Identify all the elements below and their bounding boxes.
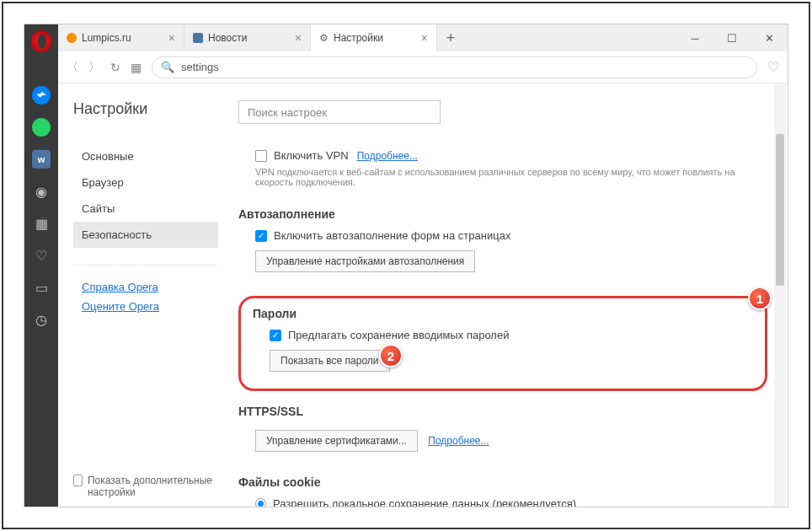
speed-dial-icon[interactable]: ▦	[131, 61, 142, 74]
show-all-passwords-button[interactable]: Показать все пароли	[270, 350, 390, 372]
manage-certs-button[interactable]: Управление сертификатами...	[255, 430, 418, 452]
scrollbar[interactable]	[774, 83, 786, 507]
callout-1: 1	[748, 287, 772, 310]
url-text: settings	[181, 61, 219, 73]
sidebar-item-sites[interactable]: Сайты	[73, 196, 218, 222]
autofill-checkbox-row[interactable]: ✓ Включить автозаполнение форм на страни…	[255, 229, 767, 242]
opera-logo-icon[interactable]	[31, 31, 51, 51]
vpn-checkbox-row[interactable]: Включить VPN Подробнее...	[255, 149, 767, 162]
checkbox-icon	[255, 150, 267, 162]
news-icon[interactable]: ▭	[31, 277, 51, 298]
close-window-button[interactable]: ✕	[751, 24, 788, 51]
cookie-opt1-label: Разрешить локальное сохранение данных (р…	[273, 497, 576, 507]
sidebar-item-browser[interactable]: Браузер	[73, 169, 218, 196]
camera-icon[interactable]: ◉	[31, 181, 51, 201]
settings-search-input[interactable]: Поиск настроек	[238, 100, 441, 124]
tab-lumpics[interactable]: Lumpics.ru ×	[58, 24, 184, 51]
sidebar-item-security[interactable]: Безопасность	[73, 222, 218, 248]
close-icon[interactable]: ×	[421, 31, 428, 45]
search-placeholder: Поиск настроек	[248, 106, 327, 119]
lumpics-favicon-icon	[67, 33, 77, 43]
sidebar-item-basic[interactable]: Основные	[73, 143, 218, 169]
https-title: HTTPS/SSL	[238, 405, 767, 418]
whatsapp-icon[interactable]	[31, 117, 51, 137]
checkbox-checked-icon: ✓	[255, 230, 267, 242]
vpn-more-link[interactable]: Подробнее...	[357, 150, 418, 162]
show-advanced-label: Показать дополнительные настройки	[88, 475, 218, 498]
offer-save-passwords-row[interactable]: ✓ Предлагать сохранение вводимых паролей	[270, 329, 753, 341]
page-title: Настройки	[73, 100, 218, 118]
settings-content: Поиск настроек Включить VPN Подробнее...…	[218, 83, 788, 507]
passwords-title: Пароли	[253, 307, 753, 320]
search-icon: 🔍	[161, 61, 174, 73]
cookies-title: Файлы cookie	[238, 475, 767, 489]
tab-label: Настройки	[334, 32, 383, 44]
https-more-link[interactable]: Подробнее...	[428, 435, 489, 447]
checkbox-checked-icon: ✓	[270, 330, 281, 341]
radio-checked-icon	[255, 498, 266, 507]
grid-icon[interactable]: ▦	[31, 213, 51, 233]
tab-bar: Lumpics.ru × Новости × ⚙ Настройки × + ─…	[58, 24, 788, 51]
autofill-enable-label: Включить автозаполнение форм на страница…	[274, 229, 510, 242]
forward-button[interactable]: 〉	[88, 60, 100, 75]
vpn-description: VPN подключается к веб-сайтам с использо…	[255, 167, 767, 187]
vk-icon[interactable]: w	[31, 149, 51, 169]
messenger-icon[interactable]	[31, 85, 51, 105]
vpn-enable-label: Включить VPN	[274, 149, 349, 162]
tab-label: Lumpics.ru	[82, 32, 131, 44]
close-icon[interactable]: ×	[295, 31, 302, 45]
maximize-button[interactable]: ☐	[713, 24, 751, 51]
vk-favicon-icon	[193, 33, 203, 43]
callout-2: 2	[379, 344, 403, 367]
clock-icon[interactable]: ◷	[31, 309, 51, 330]
url-input[interactable]: 🔍 settings	[152, 56, 757, 78]
show-advanced-checkbox[interactable]: Показать дополнительные настройки	[73, 475, 218, 498]
reload-button[interactable]: ↻	[110, 61, 120, 74]
help-link[interactable]: Справка Opera	[73, 277, 218, 297]
offer-save-label: Предлагать сохранение вводимых паролей	[288, 329, 509, 341]
address-bar: 〈 〉 ↻ ▦ 🔍 settings ♡	[58, 51, 788, 83]
manage-autofill-button[interactable]: Управление настройками автозаполнения	[255, 250, 475, 272]
scroll-thumb[interactable]	[776, 134, 784, 286]
minimize-button[interactable]: ─	[676, 24, 713, 51]
passwords-highlight: 1 2 Пароли ✓ Предлагать сохранение вводи…	[238, 296, 767, 391]
heart-rail-icon[interactable]: ♡	[31, 245, 51, 266]
tab-settings[interactable]: ⚙ Настройки ×	[311, 24, 437, 51]
tab-news[interactable]: Новости ×	[184, 24, 311, 51]
tab-label: Новости	[208, 32, 247, 44]
autofill-title: Автозаполнение	[238, 207, 767, 221]
settings-sidebar: Настройки Основные Браузер Сайты Безопас…	[58, 83, 218, 507]
new-tab-button[interactable]: +	[437, 24, 464, 51]
gear-icon: ⚙	[319, 32, 329, 44]
close-icon[interactable]: ×	[168, 31, 175, 45]
checkbox-icon	[73, 475, 83, 486]
back-button[interactable]: 〈	[67, 60, 78, 75]
cookie-opt1[interactable]: Разрешить локальное сохранение данных (р…	[255, 497, 767, 507]
browser-side-rail: w ◉ ▦ ♡ ▭ ◷	[24, 24, 58, 507]
bookmark-heart-icon[interactable]: ♡	[767, 59, 779, 75]
rate-link[interactable]: Оцените Opera	[73, 297, 218, 316]
